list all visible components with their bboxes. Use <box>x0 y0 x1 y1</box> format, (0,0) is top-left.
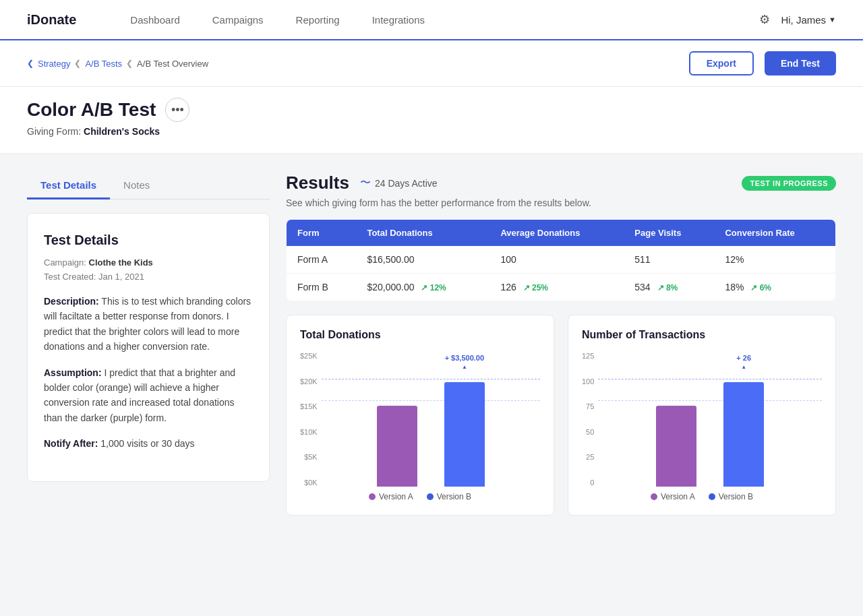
donations-chart: Total Donations $25K $20K $15K $10K $5K … <box>286 315 554 516</box>
cell-form-b: Form B <box>287 274 357 301</box>
nav-integrations[interactable]: Integrations <box>372 14 425 26</box>
logo: iDonate <box>27 12 76 28</box>
y-label-0k: $0K <box>304 479 318 487</box>
description-paragraph: Description: This is to test which brand… <box>44 294 253 355</box>
col-page-visits: Page Visits <box>624 220 714 247</box>
description-block: Description: This is to test which brand… <box>44 294 253 452</box>
nav-right: ⚙ Hi, James ▼ <box>759 12 836 27</box>
y-label-10k: $10K <box>300 428 318 436</box>
avg-diff: ↗ 25% <box>523 283 548 292</box>
nav-dashboard[interactable]: Dashboard <box>130 14 179 26</box>
navbar: iDonate Dashboard Campaigns Reporting In… <box>0 0 863 40</box>
assumption-paragraph: Assumption: I predict that that a bright… <box>44 365 253 426</box>
col-form: Form <box>287 220 357 247</box>
breadcrumb-sep-2: ❮ <box>126 59 133 68</box>
tx-legend-dot-b <box>709 493 715 500</box>
cell-total-b: $20,000.00 ↗ 12% <box>356 274 489 301</box>
donations-legend: Version A Version B <box>300 492 540 501</box>
user-menu[interactable]: Hi, James ▼ <box>781 14 836 26</box>
cell-conversion-b: 18% ↗ 6% <box>714 274 835 301</box>
conversion-diff: ↗ 6% <box>750 283 771 292</box>
tx-y-label-100: 100 <box>582 377 594 386</box>
tx-y-label-75: 75 <box>586 402 594 410</box>
breadcrumb-strategy[interactable]: Strategy <box>38 59 70 69</box>
breadcrumb-sep-1: ❮ <box>74 59 81 68</box>
charts-row: Total Donations $25K $20K $15K $10K $5K … <box>286 315 836 516</box>
legend-version-b: Version B <box>427 492 471 501</box>
tx-y-label-50: 50 <box>586 428 594 436</box>
gear-icon[interactable]: ⚙ <box>759 12 770 27</box>
cell-total-a: $16,500.00 <box>356 246 489 274</box>
y-label-5k: $5K <box>304 453 318 461</box>
nav-campaigns[interactable]: Campaigns <box>212 14 264 26</box>
tx-legend-version-a: Version A <box>651 492 695 501</box>
cell-visits-b: 534 ↗ 8% <box>624 274 714 301</box>
tx-y-label-0: 0 <box>590 479 594 487</box>
breadcrumb-bar: ❮ Strategy ❮ A/B Tests ❮ A/B Test Overvi… <box>0 40 863 87</box>
y-label-25k: $25K <box>300 352 318 360</box>
bar-version-a-donations <box>377 406 417 487</box>
tx-legend-version-b: Version B <box>709 492 753 501</box>
bar-version-b-tx <box>723 382 764 487</box>
cell-avg-a: 100 <box>489 246 624 274</box>
export-button[interactable]: Export <box>689 51 754 75</box>
bar-version-b-donations <box>444 382 485 487</box>
chevron-down-icon: ▼ <box>829 16 836 24</box>
action-buttons: Export End Test <box>689 51 836 75</box>
page-title: Color A/B Test <box>27 99 156 121</box>
tx-legend-dot-a <box>651 493 657 500</box>
test-details-card: Test Details Campaign: Clothe the Kids T… <box>27 213 270 482</box>
table-row: Form B $20,000.00 ↗ 12% 126 ↗ 25% 534 ↗ … <box>287 274 836 301</box>
col-conversion-rate: Conversion Rate <box>714 220 835 247</box>
created-meta: Test Created: Jan 1, 2021 <box>44 272 253 282</box>
col-total-donations: Total Donations <box>356 220 489 247</box>
results-title: Results <box>286 173 349 193</box>
table-row: Form A $16,500.00 100 511 12% <box>287 246 836 274</box>
page-subtitle: Giving Form: Children's Socks <box>27 126 836 137</box>
results-header: Results 〜 24 Days Active TEST IN PROGRES… <box>286 173 836 193</box>
days-active: 〜 24 Days Active <box>360 176 438 190</box>
total-diff: ↗ 12% <box>421 283 446 292</box>
left-panel: Test Details Notes Test Details Campaign… <box>27 173 270 516</box>
breadcrumb-current: A/B Test Overview <box>137 59 208 69</box>
results-table: Form Total Donations Average Donations P… <box>286 219 836 301</box>
legend-version-a: Version A <box>369 492 413 501</box>
cell-visits-a: 511 <box>624 246 714 274</box>
tx-y-label-125: 125 <box>582 352 594 360</box>
breadcrumb-ab-tests[interactable]: A/B Tests <box>85 59 122 69</box>
y-label-20k: $20K <box>300 377 318 386</box>
cell-form-a: Form A <box>287 246 357 274</box>
transactions-chart: Number of Transactions 125 100 75 50 25 … <box>568 315 836 516</box>
tx-diff-label: + 26 ▲ <box>736 354 751 370</box>
right-panel: Results 〜 24 Days Active TEST IN PROGRES… <box>286 173 836 516</box>
more-options-button[interactable]: ••• <box>165 98 189 122</box>
main-content: Test Details Notes Test Details Campaign… <box>0 154 863 534</box>
test-details-heading: Test Details <box>44 233 253 248</box>
legend-dot-b <box>427 493 434 500</box>
results-subtitle: See which giving form has the better per… <box>286 197 836 208</box>
activity-icon: 〜 <box>360 176 371 190</box>
page-header: Color A/B Test ••• Giving Form: Children… <box>0 87 863 154</box>
col-avg-donations: Average Donations <box>489 220 624 247</box>
cell-avg-b: 126 ↗ 25% <box>489 274 624 301</box>
table-header-row: Form Total Donations Average Donations P… <box>287 220 836 247</box>
y-label-15k: $15K <box>300 402 318 410</box>
legend-dot-a <box>369 493 376 500</box>
cell-conversion-a: 12% <box>714 246 835 274</box>
visits-diff: ↗ 8% <box>657 283 678 292</box>
status-badge: TEST IN PROGRESS <box>742 176 836 191</box>
tab-test-details[interactable]: Test Details <box>27 173 110 199</box>
breadcrumb: ❮ Strategy ❮ A/B Tests ❮ A/B Test Overvi… <box>27 59 208 69</box>
bar-version-a-tx <box>656 406 696 487</box>
notify-paragraph: Notify After: 1,000 visits or 30 days <box>44 436 253 451</box>
tab-notes[interactable]: Notes <box>110 173 163 199</box>
campaign-meta: Campaign: Clothe the Kids <box>44 257 253 268</box>
nav-links: Dashboard Campaigns Reporting Integratio… <box>130 14 759 26</box>
tx-y-label-25: 25 <box>586 453 594 461</box>
nav-reporting[interactable]: Reporting <box>296 14 340 26</box>
donations-diff-label: + $3,500.00 ▲ <box>445 354 484 370</box>
donations-chart-title: Total Donations <box>300 329 540 341</box>
end-test-button[interactable]: End Test <box>765 51 836 75</box>
transactions-legend: Version A Version B <box>582 492 822 501</box>
transactions-chart-title: Number of Transactions <box>582 329 822 341</box>
